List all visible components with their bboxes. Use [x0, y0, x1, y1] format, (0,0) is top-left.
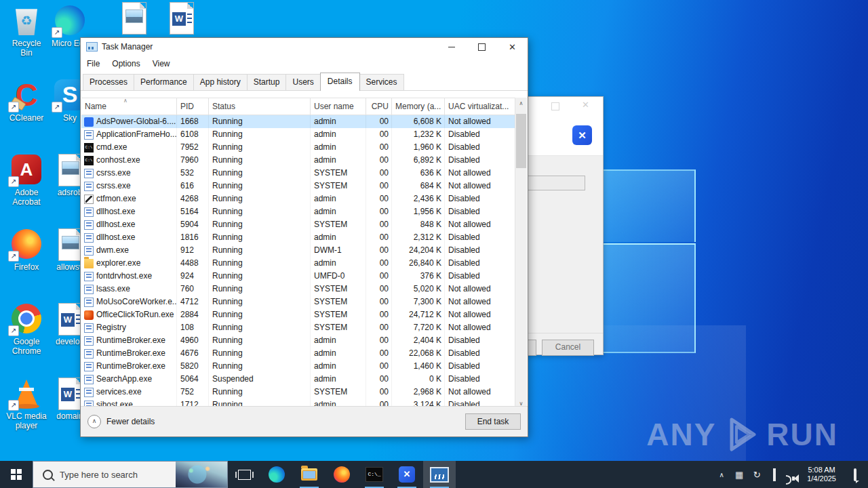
process-row[interactable]: RuntimeBroker.exe5820Runningadmin001,460…	[81, 360, 527, 373]
user-name-cell: admin	[311, 141, 366, 154]
menu-file[interactable]: File	[87, 59, 100, 68]
status-cell: Running	[209, 128, 311, 141]
task-view-button[interactable]	[228, 461, 260, 488]
taskbar-cmd-button[interactable]: C:\_	[358, 461, 391, 488]
taskbar-firefox-button[interactable]	[326, 461, 358, 488]
start-button[interactable]	[0, 461, 33, 488]
desktop-icon-recycle-bin[interactable]: ♻Recycle Bin	[5, 4, 47, 58]
scroll-up-icon[interactable]: ∧	[515, 98, 527, 109]
tab-startup[interactable]: Startup	[247, 74, 287, 90]
cpu-cell: 00	[366, 257, 392, 270]
status-cell: Running	[209, 192, 311, 205]
uac-cell: Disabled	[445, 373, 515, 386]
process-row[interactable]: services.exe752RunningSYSTEM002,968 KNot…	[81, 386, 527, 399]
minimize-button[interactable]	[436, 38, 467, 56]
column-header-status[interactable]: Status	[209, 98, 311, 115]
user-name-cell: SYSTEM	[311, 167, 366, 180]
column-header-cpu[interactable]: CPU	[366, 98, 392, 115]
end-task-button[interactable]: End task	[465, 413, 521, 430]
dialog-close-icon[interactable]: ✕	[582, 100, 589, 110]
column-header-user-name[interactable]: User name	[311, 98, 366, 115]
menu-view[interactable]: View	[153, 59, 170, 68]
menu-options[interactable]: Options	[112, 59, 140, 68]
vertical-scrollbar[interactable]: ∧ ∨	[515, 98, 527, 409]
taskbar-adspower-button[interactable]: ✕	[391, 461, 423, 488]
uac-cell: Not allowed	[445, 218, 515, 231]
process-row[interactable]: dwm.exe912RunningDWM-10024,204 KDisabled	[81, 244, 527, 257]
dialog-cancel-button[interactable]: Cancel	[542, 340, 594, 356]
desktop-icon-firefox[interactable]: ↗Firefox	[5, 228, 47, 272]
process-row[interactable]: RuntimeBroker.exe4960Runningadmin002,404…	[81, 334, 527, 347]
process-row[interactable]: explorer.exe4488Runningadmin0026,840 KDi…	[81, 257, 527, 270]
process-row[interactable]: MoUsoCoreWorker.e...4712RunningSYSTEM007…	[81, 296, 527, 308]
cpu-cell: 00	[366, 231, 392, 244]
process-row[interactable]: csrss.exe532RunningSYSTEM00636 KNot allo…	[81, 167, 527, 180]
tab-services[interactable]: Services	[359, 74, 404, 90]
dialog-maximize-icon[interactable]	[551, 102, 559, 110]
show-hidden-icons-chevron[interactable]: ∧	[713, 471, 730, 479]
process-row[interactable]: ctfmon.exe4268Runningadmin002,436 KDisab…	[81, 192, 527, 205]
process-row[interactable]: lsass.exe760RunningSYSTEM005,020 KNot al…	[81, 283, 527, 296]
desktop-icon-word-document[interactable]: W	[160, 1, 202, 34]
maximize-button[interactable]	[467, 38, 497, 56]
pid-cell: 5820	[177, 360, 209, 373]
uac-cell: Disabled	[445, 257, 515, 270]
window-icon	[84, 298, 94, 307]
tab-app-history[interactable]: App history	[193, 74, 248, 90]
close-button[interactable]: ✕	[497, 38, 528, 56]
tab-processes[interactable]: Processes	[83, 74, 134, 90]
menu-bar: FileOptionsView	[81, 56, 528, 73]
memory-cell: 1,956 K	[392, 205, 445, 218]
tray-grid-icon[interactable]: ▦	[730, 470, 748, 480]
pid-cell: 1816	[177, 231, 209, 244]
pid-cell: 4712	[177, 296, 209, 308]
process-row[interactable]: dllhost.exe1816Runningadmin002,312 KDisa…	[81, 231, 527, 244]
memory-cell: 0 K	[392, 373, 445, 386]
column-header-name[interactable]: Name	[81, 98, 177, 115]
process-row[interactable]: ApplicationFrameHo...6108Runningadmin001…	[81, 128, 527, 141]
action-center-button[interactable]	[842, 470, 868, 480]
desktop-icon-ccleaner[interactable]: C↗CCleaner	[5, 79, 47, 123]
tab-details[interactable]: Details	[320, 73, 360, 91]
process-row[interactable]: Registry108RunningSYSTEM007,720 KNot all…	[81, 321, 527, 334]
cpu-cell: 00	[366, 347, 392, 360]
network-icon[interactable]	[766, 470, 783, 480]
process-row[interactable]: AdsPower-Global-6....1668Runningadmin006…	[81, 115, 527, 128]
task-manager-titlebar[interactable]: Task Manager ✕	[81, 38, 528, 56]
scrollbar-thumb[interactable]	[516, 114, 526, 168]
process-row[interactable]: RuntimeBroker.exe4676Runningadmin0022,06…	[81, 347, 527, 360]
taskbar-file-explorer-button[interactable]	[293, 461, 326, 488]
process-row[interactable]: dllhost.exe5164Runningadmin001,956 KDisa…	[81, 205, 527, 218]
column-header-pid[interactable]: PID	[177, 98, 209, 115]
process-row[interactable]: conhost.exe7960Runningadmin006,892 KDisa…	[81, 154, 527, 167]
column-header-memory[interactable]: Memory (a...	[392, 98, 445, 115]
fewer-details-toggle[interactable]: ∧ Fewer details	[87, 415, 155, 428]
taskbar-task-manager-button[interactable]	[423, 461, 456, 488]
tab-performance[interactable]: Performance	[134, 74, 194, 90]
memory-cell: 5,020 K	[392, 283, 445, 296]
taskbar-clock[interactable]: 5:08 AM 1/4/2025	[801, 466, 842, 483]
desktop-icon-adobe-acrobat[interactable]: A↗Adobe Acrobat	[5, 153, 47, 207]
desktop-icon-google-chrome[interactable]: ↗Google Chrome	[5, 302, 47, 356]
tab-strip: ProcessesPerformanceApp historyStartupUs…	[81, 73, 528, 91]
tray-sync-icon[interactable]: ↻	[748, 470, 766, 480]
process-name: ctfmon.exe	[96, 192, 136, 205]
memory-cell: 22,068 K	[392, 347, 445, 360]
process-row[interactable]: dllhost.exe5904RunningSYSTEM00848 KNot a…	[81, 218, 527, 231]
desktop-icon-image-file[interactable]	[113, 1, 155, 34]
process-row[interactable]: SearchApp.exe5064Suspendedadmin000 KDisa…	[81, 373, 527, 386]
taskbar-search-box[interactable]: Type here to search	[33, 461, 228, 488]
task-manager-window: Task Manager ✕ FileOptionsView Processes…	[80, 37, 528, 437]
process-row[interactable]: fontdrvhost.exe924RunningUMFD-000376 KDi…	[81, 270, 527, 283]
tab-users[interactable]: Users	[285, 74, 320, 90]
process-row[interactable]: cmd.exe7952Runningadmin001,960 KDisabled	[81, 141, 527, 154]
column-header-uac[interactable]: UAC virtualizat...	[445, 98, 515, 115]
process-row[interactable]: OfficeClickToRun.exe2884RunningSYSTEM002…	[81, 308, 527, 321]
pid-cell: 1668	[177, 115, 209, 128]
user-name-cell: admin	[311, 154, 366, 167]
recycle-icon: ♻	[10, 4, 43, 37]
desktop-icon-vlc-media-player[interactable]: ↗VLC media player	[5, 377, 47, 430]
wallpaper-windows-logo-pane-top	[599, 169, 696, 242]
taskbar-edge-button[interactable]	[260, 461, 293, 488]
process-row[interactable]: csrss.exe616RunningSYSTEM00684 KNot allo…	[81, 180, 527, 192]
